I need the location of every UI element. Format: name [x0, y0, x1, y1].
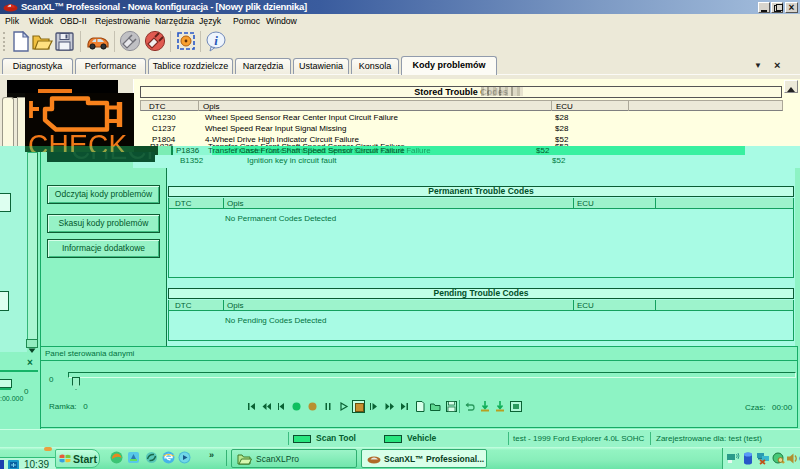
svg-text:i: i — [214, 33, 218, 48]
